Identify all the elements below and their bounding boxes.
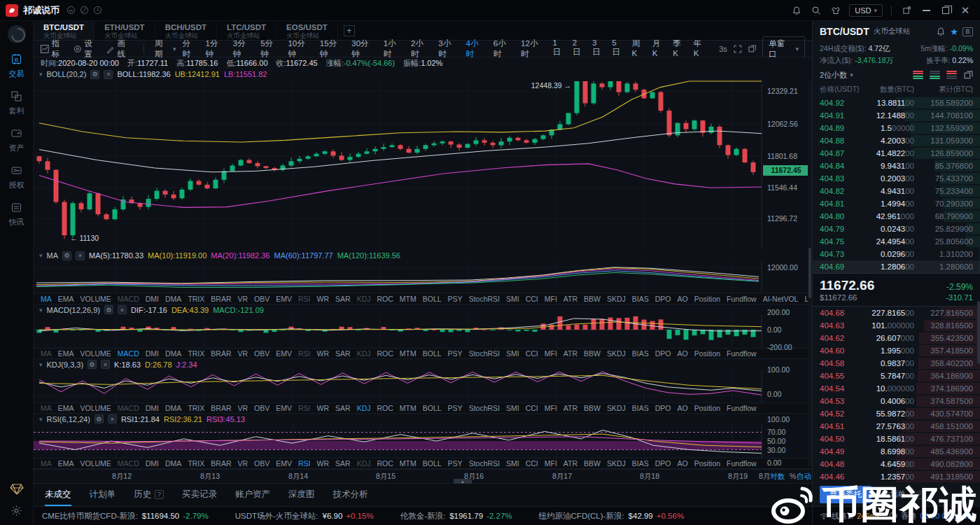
bid-row[interactable]: 404.555.784700364.186900 bbox=[813, 370, 980, 382]
indicator-tab-cci[interactable]: CCI bbox=[526, 404, 538, 412]
indicator-tab-obv[interactable]: OBV bbox=[254, 459, 270, 468]
bottom-tab-计划单[interactable]: 计划单 bbox=[90, 484, 116, 506]
indicator-tab-position[interactable]: Position bbox=[694, 349, 720, 358]
collapse-caret-icon[interactable]: ▾ bbox=[39, 361, 43, 368]
indicator-tab-trix[interactable]: TRIX bbox=[188, 459, 204, 468]
symbol-tab-eth-usdt[interactable]: ETH/USDT火币全球站 bbox=[94, 21, 155, 40]
indicator-tab-ma[interactable]: MA bbox=[41, 404, 52, 412]
indicator-tab-kdj[interactable]: KDJ bbox=[357, 349, 371, 358]
indicator-tab-brar[interactable]: BRAR bbox=[211, 349, 231, 358]
ask-row[interactable]: 404.891.500000132.559300 bbox=[813, 122, 980, 134]
bid-row[interactable]: 404.530.400600374.587500 bbox=[813, 395, 980, 407]
timeframe-3分钟[interactable]: 3分钟 bbox=[233, 38, 253, 59]
timeframe-15分钟[interactable]: 15分钟 bbox=[320, 38, 344, 59]
indicator-tab-rsi[interactable]: RSI bbox=[298, 349, 311, 358]
indicator-tab-kdj[interactable]: KDJ bbox=[357, 295, 371, 303]
indicator-tab-fundflow[interactable]: Fundflow bbox=[727, 404, 757, 412]
indicator-tab-macd[interactable]: MACD bbox=[118, 459, 139, 468]
search-icon[interactable] bbox=[807, 3, 825, 18]
indicator-tab-dpo[interactable]: DPO bbox=[655, 404, 671, 412]
indicator-tab-bbw[interactable]: BBW bbox=[584, 404, 601, 412]
indicator-tab-sar[interactable]: SAR bbox=[335, 349, 351, 358]
indicator-tab-smi[interactable]: SMI bbox=[506, 295, 519, 303]
bottom-tab-历史[interactable]: 历史? bbox=[134, 484, 164, 506]
indicator-tab-vr[interactable]: VR bbox=[237, 295, 248, 303]
indicator-settings-icon[interactable]: ⚙ bbox=[88, 360, 97, 369]
indicator-tab-roc[interactable]: ROC bbox=[377, 404, 393, 412]
indicator-tab-boll[interactable]: BOLL bbox=[423, 404, 442, 412]
settings-gear-icon[interactable] bbox=[10, 505, 22, 517]
indicator-tab-position[interactable]: Position bbox=[694, 404, 720, 412]
indicator-tab-volume[interactable]: VOLUME bbox=[80, 404, 111, 412]
indicator-close-icon[interactable]: × bbox=[101, 360, 110, 369]
indicator-tab-emv[interactable]: EMV bbox=[276, 459, 292, 468]
log-scale-toggle[interactable]: 对数 bbox=[770, 472, 785, 482]
ask-row[interactable]: 404.8042.96100068.790900 bbox=[813, 210, 980, 223]
ask-row[interactable]: 404.811.49940070.290300 bbox=[813, 197, 980, 210]
indicator-tab-ai-netvol[interactable]: AI-NetVOL bbox=[763, 295, 799, 303]
indicator-settings-icon[interactable]: ⚙ bbox=[90, 70, 99, 79]
indicator-tab-kdj[interactable]: KDJ bbox=[357, 459, 371, 468]
indicator-tab-stochrsi[interactable]: StochRSI bbox=[469, 349, 500, 358]
indicator-tab-ao[interactable]: AO bbox=[678, 349, 688, 358]
alert-bell-icon[interactable] bbox=[936, 27, 946, 36]
timeframe-4小时[interactable]: 4小时 bbox=[466, 38, 486, 59]
indicator-tab-obv[interactable]: OBV bbox=[254, 404, 270, 412]
plan-order-link[interactable]: 计划单 bbox=[881, 489, 906, 500]
indicator-tab-wr[interactable]: WR bbox=[317, 404, 330, 412]
sidebar-item-资产[interactable]: 资产 bbox=[9, 127, 24, 153]
bid-row[interactable]: 404.461.235700491.318500 bbox=[813, 470, 980, 483]
indicator-tab-dma[interactable]: DMA bbox=[165, 404, 181, 412]
timeframe-1小时[interactable]: 1小时 bbox=[384, 38, 403, 59]
indicator-tab-skdj[interactable]: SKDJ bbox=[607, 349, 626, 358]
indicator-tab-skdj[interactable]: SKDJ bbox=[607, 404, 626, 412]
timeframe-5分钟[interactable]: 5分钟 bbox=[260, 38, 280, 59]
indicator-tab-trix[interactable]: TRIX bbox=[188, 295, 204, 303]
indicator-tab-dmi[interactable]: DMI bbox=[146, 404, 159, 412]
clock-circle-icon[interactable] bbox=[93, 6, 102, 15]
indicator-tab-roc[interactable]: ROC bbox=[377, 349, 393, 358]
ask-row[interactable]: 404.790.02430025.829900 bbox=[813, 223, 980, 235]
indicator-tab-ma[interactable]: MA bbox=[41, 349, 52, 358]
timeframe-5日[interactable]: 5日 bbox=[612, 38, 624, 59]
indicator-tab-wr[interactable]: WR bbox=[317, 295, 330, 303]
symbol-tab-eos-usdt[interactable]: EOS/USDT火币全球站 bbox=[276, 21, 338, 40]
theme-skin-icon[interactable] bbox=[827, 3, 845, 18]
indicator-button[interactable]: 指标 bbox=[41, 38, 67, 59]
indicator-tab-ao[interactable]: AO bbox=[678, 404, 688, 412]
indicator-tab-fundflow[interactable]: Fundflow bbox=[727, 459, 757, 468]
indicator-tab-bias[interactable]: BIAS bbox=[632, 459, 649, 468]
ask-row[interactable]: 404.884.200300131.059300 bbox=[813, 134, 980, 147]
indicator-tab-ema[interactable]: EMA bbox=[58, 459, 74, 468]
sidebar-item-快讯[interactable]: 快讯 bbox=[9, 202, 24, 227]
indicator-tab-emv[interactable]: EMV bbox=[276, 349, 292, 358]
bottom-tab-账户资产[interactable]: 账户资产 bbox=[235, 484, 270, 506]
indicator-tab-mfi[interactable]: MFI bbox=[545, 459, 557, 468]
ask-row[interactable]: 404.824.94310075.233400 bbox=[813, 185, 980, 197]
sidebar-item-套利[interactable]: 套利 bbox=[9, 90, 24, 116]
gem-icon[interactable] bbox=[10, 484, 24, 495]
help-icon[interactable]: ? bbox=[916, 491, 924, 499]
indicator-settings-icon[interactable]: ⚙ bbox=[104, 305, 113, 314]
main-chart[interactable]: 12448.39 →← 11130 bbox=[34, 80, 812, 249]
indicator-tab-roc[interactable]: ROC bbox=[377, 459, 393, 468]
indicator-tab-ema[interactable]: EMA bbox=[58, 295, 74, 303]
bottom-tab-技术分析[interactable]: 技术分析 bbox=[333, 484, 368, 506]
indicator-tab-trix[interactable]: TRIX bbox=[188, 349, 204, 358]
indicator-tab-position[interactable]: Position bbox=[694, 295, 720, 303]
indicator-close-icon[interactable]: × bbox=[76, 251, 85, 260]
bid-row[interactable]: 404.68227.816500227.816500 bbox=[813, 307, 980, 319]
indicator-settings-icon[interactable]: ⚙ bbox=[94, 414, 104, 424]
notification-bell-icon[interactable] bbox=[788, 3, 806, 18]
help-icon[interactable]: ? bbox=[155, 490, 164, 499]
indicator-tab-psy[interactable]: PSY bbox=[448, 404, 463, 412]
indicator-tab-skdj[interactable]: SKDJ bbox=[607, 295, 626, 303]
indicator-tab-roc[interactable]: ROC bbox=[377, 295, 393, 303]
bid-row[interactable]: 404.6226.607000355.423500 bbox=[813, 332, 980, 344]
indicator-tab-volume[interactable]: VOLUME bbox=[80, 459, 111, 468]
indicator-tab-cci[interactable]: CCI bbox=[526, 459, 538, 468]
close-button[interactable]: ✕ bbox=[956, 3, 974, 18]
minimize-button[interactable] bbox=[917, 3, 935, 18]
indicator-tab-atr[interactable]: ATR bbox=[564, 459, 578, 468]
timeframe-2小时[interactable]: 2小时 bbox=[411, 38, 430, 59]
